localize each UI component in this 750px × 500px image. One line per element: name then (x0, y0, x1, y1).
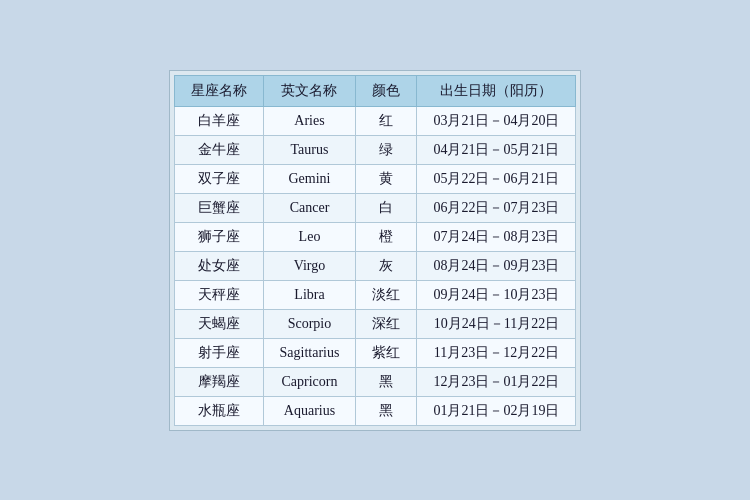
cell-r4-c3: 07月24日－08月23日 (417, 222, 576, 251)
header-col-0: 星座名称 (174, 75, 263, 106)
table-row: 狮子座Leo橙07月24日－08月23日 (174, 222, 576, 251)
cell-r7-c2: 深红 (356, 309, 417, 338)
cell-r8-c1: Sagittarius (263, 338, 356, 367)
cell-r4-c2: 橙 (356, 222, 417, 251)
cell-r1-c3: 04月21日－05月21日 (417, 135, 576, 164)
cell-r4-c0: 狮子座 (174, 222, 263, 251)
cell-r7-c1: Scorpio (263, 309, 356, 338)
cell-r6-c0: 天秤座 (174, 280, 263, 309)
cell-r6-c1: Libra (263, 280, 356, 309)
zodiac-table: 星座名称英文名称颜色出生日期（阳历） 白羊座Aries红03月21日－04月20… (174, 75, 577, 426)
cell-r9-c0: 摩羯座 (174, 367, 263, 396)
cell-r9-c3: 12月23日－01月22日 (417, 367, 576, 396)
cell-r6-c3: 09月24日－10月23日 (417, 280, 576, 309)
table-row: 射手座Sagittarius紫红11月23日－12月22日 (174, 338, 576, 367)
table-row: 巨蟹座Cancer白06月22日－07月23日 (174, 193, 576, 222)
table-row: 金牛座Taurus绿04月21日－05月21日 (174, 135, 576, 164)
cell-r0-c2: 红 (356, 106, 417, 135)
table-header-row: 星座名称英文名称颜色出生日期（阳历） (174, 75, 576, 106)
cell-r2-c3: 05月22日－06月21日 (417, 164, 576, 193)
header-col-1: 英文名称 (263, 75, 356, 106)
cell-r3-c2: 白 (356, 193, 417, 222)
header-col-3: 出生日期（阳历） (417, 75, 576, 106)
cell-r10-c0: 水瓶座 (174, 396, 263, 425)
table-row: 白羊座Aries红03月21日－04月20日 (174, 106, 576, 135)
cell-r0-c0: 白羊座 (174, 106, 263, 135)
table-container: 星座名称英文名称颜色出生日期（阳历） 白羊座Aries红03月21日－04月20… (169, 70, 582, 431)
cell-r9-c1: Capricorn (263, 367, 356, 396)
cell-r10-c1: Aquarius (263, 396, 356, 425)
cell-r3-c0: 巨蟹座 (174, 193, 263, 222)
table-row: 水瓶座Aquarius黑01月21日－02月19日 (174, 396, 576, 425)
cell-r3-c1: Cancer (263, 193, 356, 222)
cell-r3-c3: 06月22日－07月23日 (417, 193, 576, 222)
cell-r5-c2: 灰 (356, 251, 417, 280)
cell-r5-c1: Virgo (263, 251, 356, 280)
header-col-2: 颜色 (356, 75, 417, 106)
cell-r5-c3: 08月24日－09月23日 (417, 251, 576, 280)
cell-r2-c0: 双子座 (174, 164, 263, 193)
cell-r6-c2: 淡红 (356, 280, 417, 309)
cell-r0-c3: 03月21日－04月20日 (417, 106, 576, 135)
cell-r2-c1: Gemini (263, 164, 356, 193)
cell-r8-c3: 11月23日－12月22日 (417, 338, 576, 367)
cell-r9-c2: 黑 (356, 367, 417, 396)
cell-r10-c2: 黑 (356, 396, 417, 425)
table-row: 天秤座Libra淡红09月24日－10月23日 (174, 280, 576, 309)
cell-r7-c3: 10月24日－11月22日 (417, 309, 576, 338)
cell-r8-c2: 紫红 (356, 338, 417, 367)
cell-r1-c1: Taurus (263, 135, 356, 164)
cell-r1-c0: 金牛座 (174, 135, 263, 164)
cell-r5-c0: 处女座 (174, 251, 263, 280)
cell-r4-c1: Leo (263, 222, 356, 251)
table-row: 双子座Gemini黄05月22日－06月21日 (174, 164, 576, 193)
cell-r1-c2: 绿 (356, 135, 417, 164)
cell-r10-c3: 01月21日－02月19日 (417, 396, 576, 425)
cell-r0-c1: Aries (263, 106, 356, 135)
table-row: 处女座Virgo灰08月24日－09月23日 (174, 251, 576, 280)
cell-r8-c0: 射手座 (174, 338, 263, 367)
cell-r7-c0: 天蝎座 (174, 309, 263, 338)
table-row: 摩羯座Capricorn黑12月23日－01月22日 (174, 367, 576, 396)
cell-r2-c2: 黄 (356, 164, 417, 193)
table-row: 天蝎座Scorpio深红10月24日－11月22日 (174, 309, 576, 338)
